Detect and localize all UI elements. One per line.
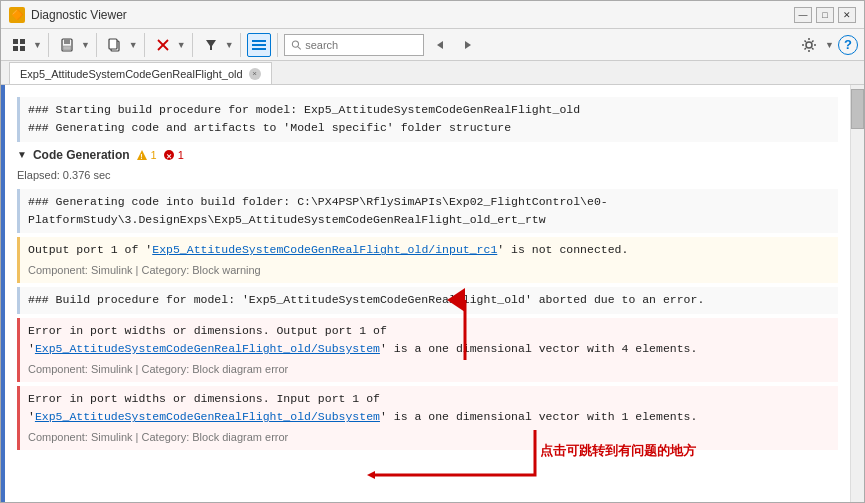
title-bar-left: 🔶 Diagnostic Viewer [9,7,127,23]
svg-text:!: ! [140,153,142,160]
section-header: ▼ Code Generation ! 1 ✕ [17,146,838,165]
dropdown-arrow-4: ▼ [177,40,186,50]
nav-prev-icon [434,39,446,51]
svg-rect-2 [13,46,18,51]
svg-rect-13 [252,44,266,46]
title-controls: — □ ✕ [794,7,856,23]
code-gen-section: ▼ Code Generation ! 1 ✕ [17,146,838,451]
error2-line1: Error in port widths or dimensions. Inpu… [28,390,830,408]
filter-button[interactable] [199,33,223,57]
settings-button[interactable] [797,33,821,57]
copy-icon [108,38,122,52]
code-gen-path-1: ### Generating code into build folder: C… [28,193,830,211]
warn-suffix: ' is not connected. [497,243,628,256]
toolbar-group-active [247,33,278,57]
content-area: ### Starting build procedure for model: … [1,85,864,502]
svg-marker-11 [206,40,216,50]
svg-point-19 [806,42,812,48]
svg-rect-5 [64,39,70,44]
warn-triangle-icon: ! [136,149,148,161]
delete-button[interactable] [151,33,175,57]
error-block-1: Error in port widths or dimensions. Outp… [17,318,838,382]
error1-suffix: ' is a one dimensional vector with 4 ele… [380,342,697,355]
nav-prev-button[interactable] [428,33,452,57]
warn-component: Component: Simulink | Category: Block wa… [28,262,830,280]
toolbar: ▼ ▼ ▼ [1,29,864,61]
log-line-2: ### Generating code and artifacts to 'Mo… [28,119,830,137]
active-view-icon [251,37,267,53]
error-block-2: Error in port widths or dimensions. Inpu… [17,386,838,450]
error1-line1: Error in port widths or dimensions. Outp… [28,322,830,340]
search-icon [291,39,302,51]
close-button[interactable]: ✕ [838,7,856,23]
nav-next-button[interactable] [456,33,480,57]
abort-line: ### Build procedure for model: 'Exp5_Att… [28,291,830,309]
dropdown-arrow-1: ▼ [33,40,42,50]
main-content: ### Starting build procedure for model: … [5,85,850,502]
scrollbar[interactable] [850,85,864,502]
log-line-1: ### Starting build procedure for model: … [28,101,830,119]
warn-link[interactable]: Exp5_AttitudeSystemCodeGenRealFlight_old… [152,243,497,256]
grid-icon [12,38,26,52]
toolbar-group-view: ▼ [7,33,49,57]
dropdown-arrow-2: ▼ [81,40,90,50]
svg-line-16 [298,46,301,49]
code-gen-path-2: PlatformStudy\3.DesignExps\Exp5_Attitude… [28,211,830,229]
svg-rect-0 [13,39,18,44]
settings-dropdown-arrow: ▼ [825,40,834,50]
warning-block: Output port 1 of 'Exp5_AttitudeSystemCod… [17,237,838,283]
svg-rect-6 [63,46,71,50]
tab-bar: Exp5_AttitudeSystemCodeGenRealFlight_old… [1,61,864,85]
error1-line2: 'Exp5_AttitudeSystemCodeGenRealFlight_ol… [28,340,830,358]
error2-prefix: ' [28,410,35,423]
settings-icon [801,37,817,53]
svg-rect-12 [252,40,266,42]
grid-view-button[interactable] [7,33,31,57]
filter-icon [204,38,218,52]
error-circle-icon: ✕ [163,149,175,161]
app-icon: 🔶 [9,7,25,23]
error1-prefix: ' [28,342,35,355]
tab-label: Exp5_AttitudeSystemCodeGenRealFlight_old [20,68,243,80]
minimize-button[interactable]: — [794,7,812,23]
svg-rect-3 [20,46,25,51]
toolbar-group-filter: ▼ [199,33,241,57]
search-input[interactable] [305,39,416,51]
svg-rect-8 [109,39,117,49]
copy-button[interactable] [103,33,127,57]
toolbar-group-delete: ▼ [151,33,193,57]
error2-component: Component: Simulink | Category: Block di… [28,429,830,447]
diagnostic-viewer-window: 🔶 Diagnostic Viewer — □ ✕ ▼ [0,0,865,503]
scrollbar-thumb[interactable] [851,89,864,129]
svg-marker-17 [437,41,443,49]
code-gen-path-block: ### Generating code into build folder: C… [17,189,838,234]
svg-marker-18 [465,41,471,49]
expand-icon[interactable]: ▼ [17,147,27,163]
error2-line2: 'Exp5_AttitudeSystemCodeGenRealFlight_ol… [28,408,830,426]
maximize-button[interactable]: □ [816,7,834,23]
tab-close-button[interactable]: × [249,68,261,80]
svg-text:✕: ✕ [166,153,172,160]
error1-link[interactable]: Exp5_AttitudeSystemCodeGenRealFlight_old… [35,342,380,355]
section-title: Code Generation [33,146,130,165]
toolbar-right: ▼ ? [797,33,858,57]
svg-rect-1 [20,39,25,44]
error2-suffix: ' is a one dimensional vector with 1 ele… [380,410,697,423]
elapsed-text: Elapsed: 0.376 sec [17,167,838,185]
main-tab[interactable]: Exp5_AttitudeSystemCodeGenRealFlight_old… [9,62,272,84]
warn-prefix: Output port 1 of ' [28,243,152,256]
header-log-block: ### Starting build procedure for model: … [17,97,838,142]
error2-link[interactable]: Exp5_AttitudeSystemCodeGenRealFlight_old… [35,410,380,423]
arrow-error-head [367,471,375,479]
help-button[interactable]: ? [838,35,858,55]
error-badge: ✕ 1 [163,147,184,165]
abort-block: ### Build procedure for model: 'Exp5_Att… [17,287,838,313]
warn-text-line: Output port 1 of 'Exp5_AttitudeSystemCod… [28,241,830,259]
dropdown-arrow-3: ▼ [129,40,138,50]
save-button[interactable] [55,33,79,57]
active-view-button[interactable] [247,33,271,57]
svg-rect-14 [252,48,266,50]
title-bar: 🔶 Diagnostic Viewer — □ ✕ [1,1,864,29]
toolbar-group-save: ▼ [55,33,97,57]
error1-component: Component: Simulink | Category: Block di… [28,361,830,379]
